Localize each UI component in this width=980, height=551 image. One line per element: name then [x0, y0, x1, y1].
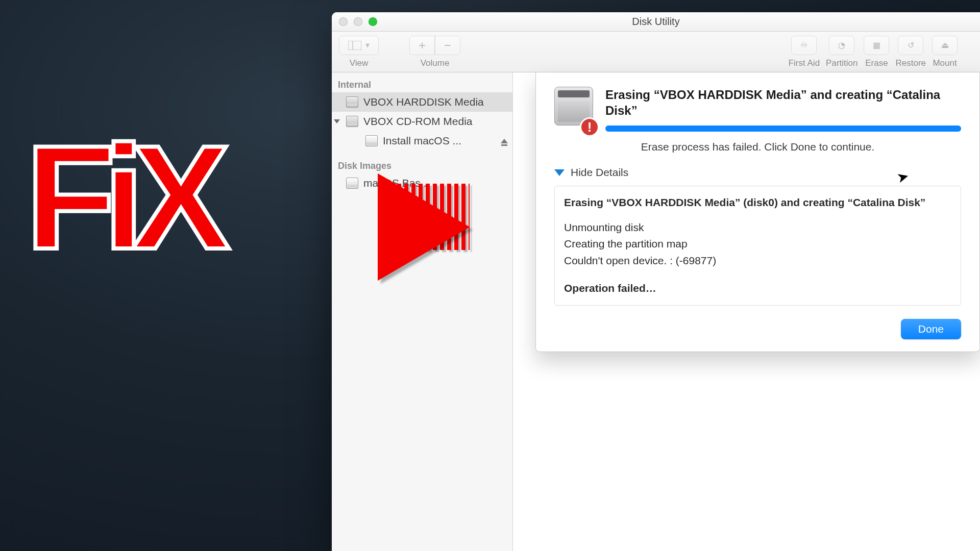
done-button[interactable]: Done — [901, 319, 961, 339]
volume-label: Volume — [421, 58, 450, 68]
disk-icon — [346, 116, 358, 127]
sidebar-item-harddisk[interactable]: VBOX HARDDISK Media — [332, 92, 512, 112]
sidebar-item-label: VBOX CD-ROM Media — [363, 115, 473, 128]
view-button[interactable]: ▾ — [339, 36, 379, 55]
erase-button[interactable]: ▦ — [864, 36, 889, 55]
sidebar-section-images: Disk Images — [332, 158, 512, 173]
sidebar-item-install[interactable]: Install macOS ... — [332, 131, 512, 151]
erase-sheet: ! Erasing “VBOX HARDDISK Media” and crea… — [535, 72, 980, 352]
pie-icon: ◔ — [838, 40, 845, 50]
mount-label: Mount — [933, 58, 957, 68]
erase-icon: ▦ — [873, 40, 880, 50]
sidebar-icon — [348, 41, 361, 50]
sidebar: Internal VBOX HARDDISK Media VBOX CD-ROM… — [332, 72, 513, 551]
status-text: Erase process has failed. Click Done to … — [554, 141, 961, 153]
add-volume-button[interactable]: + — [409, 36, 435, 55]
progress-bar — [605, 126, 961, 132]
arrow-icon — [378, 173, 470, 281]
disk-utility-window: Disk Utility ▾ View + − Volume ♾ First A… — [332, 12, 980, 551]
mount-button[interactable]: ⏏ — [932, 36, 958, 55]
restore-button[interactable]: ↺ — [898, 36, 923, 55]
toolbar: ▾ View + − Volume ♾ First Aid ◔ Partitio… — [332, 32, 980, 72]
window-title: Disk Utility — [632, 16, 679, 28]
chevron-down-icon: ▾ — [365, 40, 370, 50]
disclosure-icon[interactable] — [334, 119, 340, 123]
sidebar-item-label: VBOX HARDDISK Media — [363, 96, 484, 108]
sidebar-item-label: Install macOS ... — [383, 135, 461, 147]
svg-rect-2 — [348, 41, 361, 50]
sidebar-section-internal: Internal — [332, 77, 512, 92]
details-log: Erasing “VBOX HARDDISK Media” (disk0) an… — [554, 186, 961, 306]
close-button[interactable] — [339, 17, 348, 26]
disk-icon — [346, 96, 358, 108]
log-line: Unmounting disk — [564, 219, 951, 236]
volume-icon — [346, 178, 358, 189]
log-failed: Operation failed… — [564, 280, 951, 297]
restore-label: Restore — [895, 58, 926, 68]
restore-icon: ↺ — [908, 40, 914, 50]
toggle-label: Hide Details — [571, 166, 628, 179]
volume-icon — [365, 135, 378, 146]
sidebar-item-cdrom[interactable]: VBOX CD-ROM Media — [332, 112, 512, 131]
log-line: Creating the partition map — [564, 236, 951, 253]
disclosure-down-icon — [554, 169, 565, 176]
minimize-button[interactable] — [354, 17, 362, 26]
plus-icon: + — [419, 38, 426, 53]
overlay-fix-text: FiX — [26, 138, 220, 256]
view-label: View — [350, 58, 369, 68]
mount-icon: ⏏ — [941, 40, 949, 50]
eject-icon[interactable] — [501, 139, 508, 143]
harddrive-alert-icon: ! — [554, 87, 593, 133]
remove-volume-button[interactable]: − — [435, 36, 460, 55]
titlebar: Disk Utility — [332, 12, 980, 32]
partition-label: Partition — [826, 58, 857, 68]
first-aid-label: First Aid — [789, 58, 820, 68]
partition-button[interactable]: ◔ — [829, 36, 854, 55]
first-aid-button[interactable]: ♾ — [791, 36, 817, 55]
stethoscope-icon: ♾ — [800, 40, 807, 50]
zoom-button[interactable] — [369, 17, 377, 26]
main-content: ! Erasing “VBOX HARDDISK Media” and crea… — [513, 72, 980, 551]
log-line: Couldn't open device. : (-69877) — [564, 253, 951, 269]
erase-label: Erase — [865, 58, 888, 68]
details-header: Erasing “VBOX HARDDISK Media” (disk0) an… — [564, 194, 951, 211]
minus-icon: − — [444, 38, 451, 53]
svg-marker-1 — [378, 173, 470, 281]
sheet-title: Erasing “VBOX HARDDISK Media” and creati… — [605, 87, 961, 118]
alert-badge-icon: ! — [580, 117, 599, 137]
